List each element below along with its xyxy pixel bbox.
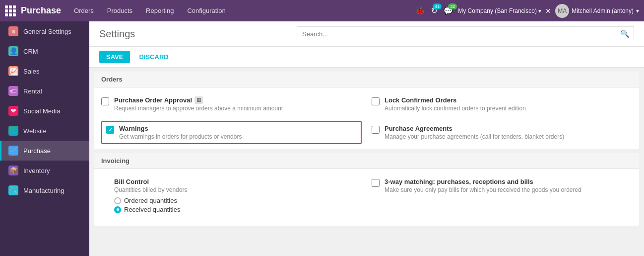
ordered-label: Ordered quantities [124,197,177,204]
bug-icon-button[interactable]: 🐞 [414,5,426,16]
search-container: 🔍 [297,26,634,41]
setting-purchase-order-approval: Purchase Order Approval ⊞ Request manage… [101,92,362,116]
invoicing-section: Invoicing Bill Control Quantities billed… [94,153,639,226]
message-badge-button[interactable]: 💬 32 [443,5,454,16]
sidebar-label-general: General Settings [23,28,71,35]
search-input[interactable] [297,28,614,40]
bill-control-desc: Quantities billed by vendors [114,186,187,193]
search-button[interactable]: 🔍 [616,27,634,41]
sidebar-label-website: Website [23,127,47,135]
manufacturing-icon: 🔧 [8,185,18,195]
crm-icon: 👤 [8,46,18,56]
warnings-info: Warnings Get warnings in orders for prod… [119,125,242,140]
sidebar-item-manufacturing[interactable]: 🔧 Manufacturing [0,180,89,200]
nav-menu: Orders Products Reporting Configuration [71,5,409,16]
nav-reporting[interactable]: Reporting [143,5,177,16]
purchase-agreements-checkbox[interactable] [372,126,380,134]
main-content: Settings 🔍 SAVE DISCARD Orders [89,21,644,256]
radio-ordered: Ordered quantities [114,197,187,204]
avatar: MA [555,4,569,18]
orders-section-header: Orders [94,72,639,87]
orders-section-body: Purchase Order Approval ⊞ Request manage… [94,87,639,149]
invoicing-section-header: Invoicing [94,153,639,169]
sidebar-item-general[interactable]: ⚙ General Settings [0,21,89,41]
inventory-icon: 📦 [8,166,18,175]
warnings-checkbox[interactable] [106,126,114,134]
purchase-agreements-info: Purchase Agreements Manage your purchase… [385,125,564,140]
rental-icon: 🏷 [8,86,18,96]
table-icon: ⊞ [194,96,203,104]
company-selector[interactable]: My Company (San Francisco) ▾ [458,7,541,14]
sidebar-label-purchase: Purchase [23,147,51,155]
purchase-agreements-desc: Manage your purchase agreements (call fo… [385,133,564,140]
purchase-order-approval-info: Purchase Order Approval ⊞ Request manage… [114,96,283,112]
sidebar: ⚙ General Settings 👤 CRM 📈 Sales 🏷 Renta… [0,21,89,256]
nav-configuration[interactable]: Configuration [184,5,228,16]
sidebar-item-inventory[interactable]: 📦 Inventory [0,161,89,180]
warnings-desc: Get warnings in orders for products or v… [119,133,242,140]
bill-control-info: Bill Control Quantities billed by vendor… [114,178,187,217]
settings-body: Orders Purchase Order Approval ⊞ Request… [89,68,644,256]
purchase-order-approval-desc: Request managers to approve orders above… [114,105,283,112]
purchase-order-approval-checkbox[interactable] [101,97,109,105]
bill-control-title: Bill Control [114,178,187,185]
sidebar-item-crm[interactable]: 👤 CRM [0,41,89,61]
close-icon-button[interactable]: ✕ [545,7,551,15]
sidebar-label-manufacturing: Manufacturing [23,187,64,194]
brand-title: Purchase [21,5,61,16]
discard-button[interactable]: DISCARD [134,51,173,63]
warnings-title: Warnings [119,125,242,132]
sales-icon: 📈 [8,66,18,76]
sidebar-item-sales[interactable]: 📈 Sales [0,61,89,81]
website-icon: 🌐 [8,126,18,136]
nav-orders[interactable]: Orders [71,5,97,16]
lock-confirmed-checkbox[interactable] [372,97,380,105]
sidebar-label-sales: Sales [23,68,40,75]
app-container: Purchase Orders Products Reporting Confi… [0,0,644,256]
sidebar-label-crm: CRM [23,48,38,55]
three-way-info: 3-way matching: purchases, receptions an… [385,178,581,193]
lock-confirmed-info: Lock Confirmed Orders Automatically lock… [385,96,526,112]
user-dropdown-icon: ▾ [636,7,639,14]
sidebar-label-social: Social Media [23,107,60,115]
nav-products[interactable]: Products [104,5,135,16]
setting-purchase-agreements: Purchase Agreements Manage your purchase… [372,121,632,144]
activity-badge-button[interactable]: ↻ 41 [430,5,439,16]
lock-confirmed-desc: Automatically lock confirmed orders to p… [385,105,526,112]
orders-section: Orders Purchase Order Approval ⊞ Request… [94,72,639,149]
social-icon: ❤ [8,106,18,116]
three-way-desc: Make sure you only pay bills for which y… [385,186,581,193]
settings-top-bar: Settings 🔍 [89,21,644,47]
lock-confirmed-title: Lock Confirmed Orders [385,96,526,104]
navbar: Purchase Orders Products Reporting Confi… [0,0,644,21]
apps-icon[interactable] [5,5,16,16]
general-icon: ⚙ [8,26,18,36]
sidebar-item-purchase[interactable]: 🛒 Purchase [0,141,89,161]
company-name: My Company (San Francisco) [458,7,537,14]
bill-control-options: Ordered quantities Received quantities [114,193,187,217]
setting-bill-control: Bill Control Quantities billed by vendor… [101,174,362,221]
sidebar-item-rental[interactable]: 🏷 Rental [0,81,89,101]
action-bar: SAVE DISCARD [89,47,644,68]
message-count: 32 [448,3,457,9]
page-title: Settings [99,28,135,40]
purchase-agreements-title: Purchase Agreements [385,125,564,132]
setting-lock-confirmed: Lock Confirmed Orders Automatically lock… [372,92,632,116]
sidebar-item-website[interactable]: 🌐 Website [0,121,89,141]
received-label: Received quantities [124,206,180,213]
user-name: Mitchell Admin (antony) [572,7,634,14]
sidebar-label-inventory: Inventory [23,167,50,174]
sidebar-label-rental: Rental [23,87,42,95]
user-menu[interactable]: MA Mitchell Admin (antony) ▾ [555,4,639,18]
three-way-checkbox[interactable] [372,179,380,187]
ordered-radio[interactable] [114,197,121,204]
navbar-right: 🐞 ↻ 41 💬 32 My Company (San Francisco) ▾… [414,4,639,18]
main-layout: ⚙ General Settings 👤 CRM 📈 Sales 🏷 Renta… [0,21,644,256]
received-radio[interactable] [114,206,121,213]
setting-warnings: Warnings Get warnings in orders for prod… [101,121,362,144]
purchase-order-approval-title: Purchase Order Approval ⊞ [114,96,283,104]
activity-count: 41 [433,3,442,9]
setting-three-way: 3-way matching: purchases, receptions an… [372,174,632,221]
save-button[interactable]: SAVE [99,51,130,63]
sidebar-item-social-media[interactable]: ❤ Social Media [0,101,89,121]
